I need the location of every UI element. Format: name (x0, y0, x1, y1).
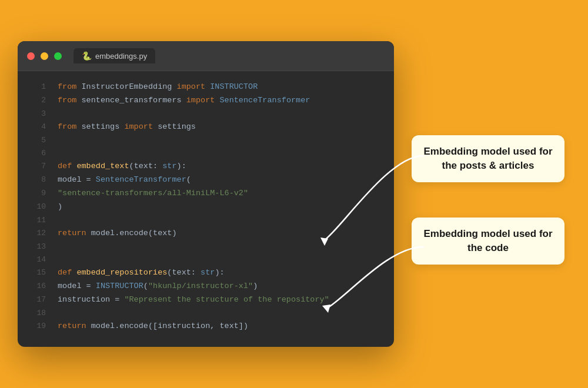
code-line: 14 (18, 253, 394, 266)
line-number: 8 (29, 173, 46, 187)
line-number: 6 (29, 147, 46, 160)
code-line: 15def embedd_repositories(text: str): (18, 266, 394, 280)
line-content: return model.encode([instruction, text]) (58, 320, 382, 333)
annotation-code-label: Embedding model used for the code (423, 228, 552, 253)
code-line: 2from sentence_transformers import Sente… (18, 94, 394, 108)
line-number: 7 (29, 160, 46, 173)
code-line: 7def embedd_text(text: str): (18, 160, 394, 173)
line-content (58, 240, 382, 253)
line-content (58, 253, 382, 266)
line-number: 15 (29, 266, 46, 280)
code-line: 11 (18, 214, 394, 227)
annotation-posts-label: Embedding model used for the posts & art… (423, 146, 552, 171)
line-number: 5 (29, 134, 46, 147)
filename: embeddings.py (95, 52, 147, 61)
code-line: 12 return model.encode(text) (18, 227, 394, 240)
code-body: 1from InstructorEmbedding import INSTRUC… (18, 71, 394, 343)
annotation-posts: Embedding model used for the posts & art… (412, 135, 564, 182)
code-editor-window: 🐍 embeddings.py 1from InstructorEmbeddin… (18, 41, 394, 347)
line-number: 4 (29, 121, 46, 134)
line-number: 11 (29, 214, 46, 227)
code-line: 19 return model.encode([instruction, tex… (18, 320, 394, 333)
line-content (58, 108, 382, 121)
line-content: return model.encode(text) (58, 227, 382, 240)
annotation-code: Embedding model used for the code (412, 218, 564, 265)
line-content: from settings import settings (58, 121, 382, 134)
code-line: 1from InstructorEmbedding import INSTRUC… (18, 81, 394, 94)
line-number: 19 (29, 320, 46, 333)
line-number: 14 (29, 253, 46, 266)
line-content (58, 134, 382, 147)
code-line: 6 (18, 147, 394, 160)
line-number: 9 (29, 187, 46, 200)
line-content: ) (58, 200, 382, 214)
line-number: 13 (29, 240, 46, 253)
code-line: 13 (18, 240, 394, 253)
line-number: 1 (29, 81, 46, 94)
line-number: 2 (29, 94, 46, 108)
maximize-dot[interactable] (54, 52, 62, 60)
line-number: 10 (29, 200, 46, 214)
file-tab[interactable]: 🐍 embeddings.py (74, 48, 155, 63)
line-content: from InstructorEmbedding import INSTRUCT… (58, 81, 382, 94)
line-content (58, 147, 382, 160)
line-content: def embedd_repositories(text: str): (58, 266, 382, 280)
line-content: model = INSTRUCTOR("hkunlp/instructor-xl… (58, 280, 382, 293)
minimize-dot[interactable] (41, 52, 48, 60)
line-content: def embedd_text(text: str): (58, 160, 382, 173)
line-content: "sentence-transformers/all-MiniLM-L6-v2" (58, 187, 382, 200)
close-dot[interactable] (27, 52, 35, 60)
line-number: 12 (29, 227, 46, 240)
line-content (58, 214, 382, 227)
line-number: 18 (29, 307, 46, 320)
code-line: 4from settings import settings (18, 121, 394, 134)
line-content: instruction = "Represent the structure o… (58, 293, 382, 307)
code-line: 18 (18, 307, 394, 320)
python-icon: 🐍 (82, 51, 92, 61)
code-line: 10 ) (18, 200, 394, 214)
code-line: 9 "sentence-transformers/all-MiniLM-L6-v… (18, 187, 394, 200)
main-container: 🐍 embeddings.py 1from InstructorEmbeddin… (18, 24, 570, 364)
annotations-panel: Embedding model used for the posts & art… (412, 123, 570, 264)
line-number: 17 (29, 293, 46, 307)
line-content (58, 307, 382, 320)
code-line: 3 (18, 108, 394, 121)
code-line: 5 (18, 134, 394, 147)
line-content: model = SentenceTransformer( (58, 173, 382, 187)
code-line: 16 model = INSTRUCTOR("hkunlp/instructor… (18, 280, 394, 293)
code-line: 8 model = SentenceTransformer( (18, 173, 394, 187)
line-content: from sentence_transformers import Senten… (58, 94, 382, 108)
code-line: 17 instruction = "Represent the structur… (18, 293, 394, 307)
title-bar: 🐍 embeddings.py (18, 41, 394, 71)
line-number: 3 (29, 108, 46, 121)
line-number: 16 (29, 280, 46, 293)
